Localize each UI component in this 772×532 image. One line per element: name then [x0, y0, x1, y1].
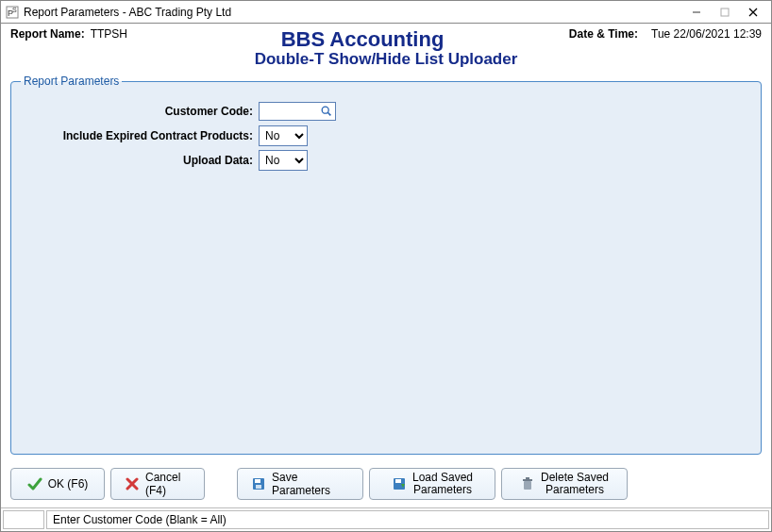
- upload-data-label: Upload Data:: [21, 154, 259, 167]
- row-customer-code: Customer Code:: [21, 99, 751, 124]
- check-icon: [27, 476, 42, 491]
- report-name-value: TTPSH: [91, 27, 127, 41]
- row-include-expired: Include Expired Contract Products: No Ye…: [21, 124, 751, 148]
- datetime-value: Tue 22/06/2021 12:39: [651, 27, 762, 41]
- window-title: Report Parameters - ABC Trading Pty Ltd: [24, 6, 682, 19]
- fieldset-legend: Report Parameters: [21, 75, 122, 88]
- svg-rect-10: [255, 479, 260, 483]
- window: P S Report Parameters - ABC Trading Pty …: [0, 0, 772, 532]
- app-title: BBS Accounting: [180, 27, 545, 52]
- statusbar: Enter Customer Code (Blank = All): [1, 507, 771, 531]
- include-expired-label: Include Expired Contract Products:: [21, 129, 259, 142]
- svg-rect-11: [256, 485, 261, 489]
- upload-data-select[interactable]: No Yes: [259, 150, 308, 171]
- ok-button-label: OK (F6): [48, 477, 89, 490]
- include-expired-select[interactable]: No Yes: [259, 125, 308, 146]
- titlebar: P S Report Parameters - ABC Trading Pty …: [1, 1, 771, 24]
- load-icon: [392, 476, 407, 491]
- load-saved-label: Load SavedParameters: [412, 472, 473, 496]
- delete-saved-parameters-button[interactable]: Delete SavedParameters: [501, 468, 628, 500]
- maximize-button[interactable]: [711, 2, 739, 23]
- content-area: Report Parameters Customer Code: Include…: [1, 75, 771, 460]
- button-bar: OK (F6) Cancel (F4) Save Parameters Load…: [1, 460, 771, 507]
- row-upload-data: Upload Data: No Yes: [21, 148, 751, 173]
- minimize-button[interactable]: [682, 2, 711, 23]
- window-controls: [682, 2, 767, 23]
- x-icon: [125, 476, 140, 491]
- report-parameters-fieldset: Report Parameters Customer Code: Include…: [10, 75, 762, 455]
- close-button[interactable]: [739, 2, 767, 23]
- delete-saved-label: Delete SavedParameters: [541, 472, 609, 496]
- datetime-label: Date & Time:: [569, 27, 638, 41]
- page-subtitle: Double-T Show/Hide List Uploader: [1, 50, 771, 69]
- cancel-button-label: Cancel (F4): [145, 471, 191, 497]
- svg-rect-15: [523, 479, 532, 481]
- svg-rect-16: [526, 477, 529, 479]
- app-icon: P S: [5, 5, 20, 20]
- cancel-button[interactable]: Cancel (F4): [110, 468, 205, 500]
- load-saved-parameters-button[interactable]: Load SavedParameters: [369, 468, 495, 500]
- svg-rect-14: [524, 481, 531, 490]
- svg-line-8: [327, 112, 330, 115]
- save-icon: [251, 476, 266, 491]
- ok-button[interactable]: OK (F6): [10, 468, 105, 500]
- customer-code-input-wrap: [259, 102, 336, 121]
- lookup-icon[interactable]: [318, 103, 335, 120]
- customer-code-input[interactable]: [260, 105, 318, 118]
- svg-rect-13: [395, 479, 401, 483]
- header: Report Name: TTPSH BBS Accounting Date &…: [1, 24, 771, 52]
- report-name-label: Report Name:: [10, 27, 85, 41]
- trash-icon: [520, 476, 535, 491]
- svg-text:S: S: [12, 7, 17, 13]
- statusbar-cell-1: [3, 510, 44, 529]
- save-parameters-label: Save Parameters: [272, 471, 349, 497]
- svg-rect-4: [721, 8, 729, 16]
- customer-code-label: Customer Code:: [21, 105, 259, 118]
- svg-point-7: [322, 107, 328, 113]
- statusbar-message: Enter Customer Code (Blank = All): [46, 510, 769, 529]
- save-parameters-button[interactable]: Save Parameters: [237, 468, 363, 500]
